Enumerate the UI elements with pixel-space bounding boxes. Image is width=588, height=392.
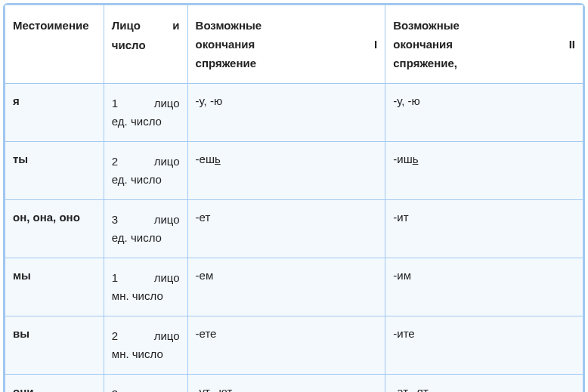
conjugation-table: Местоимение Лицо и число Возможные оконч… — [5, 5, 583, 392]
cell-person-line2: ед. число — [112, 171, 180, 189]
ending1-text: -ет — [196, 211, 211, 224]
table-row: вы 2 лицо мн. число -ете -ите — [5, 316, 583, 375]
ending2-text: -иш — [393, 153, 412, 165]
ending1-text: -еш — [196, 153, 215, 165]
ending1-underline: ь — [215, 153, 221, 165]
cell-endings-1: -ут, -ют — [187, 375, 385, 393]
header-endings1-line1: Возможные — [196, 16, 378, 35]
cell-person-num: 1 — [112, 94, 118, 113]
cell-person: 3 лицо ед. число — [104, 200, 187, 258]
ending1-text: -ут, -ют — [196, 385, 233, 392]
cell-person-word: лицо — [154, 385, 180, 392]
cell-endings-2: -у, -ю — [385, 84, 583, 142]
cell-person-num: 1 — [112, 269, 118, 287]
ending2-text: -ите — [393, 327, 414, 340]
header-endings2-line2-left: окончания — [393, 35, 453, 54]
cell-endings-2: -ит — [385, 200, 583, 258]
cell-person-line2: ед. число — [112, 113, 180, 131]
cell-endings-1: -у, -ю — [187, 84, 385, 142]
ending2-underline: ь — [413, 153, 419, 165]
conjugation-table-wrapper: Местоимение Лицо и число Возможные оконч… — [3, 3, 585, 392]
ending2-text: -у, -ю — [393, 94, 420, 107]
header-endings2-line2: окончания II — [393, 35, 575, 54]
cell-endings-1: -ешь — [187, 142, 385, 200]
cell-pronoun: ты — [5, 142, 104, 200]
cell-person-num: 3 — [112, 385, 118, 392]
table-row: мы 1 лицо мн. число -ем -им — [5, 258, 583, 316]
cell-person-word: лицо — [154, 269, 180, 287]
cell-person-line1: 2 лицо — [112, 327, 180, 345]
header-person: Лицо и число — [104, 5, 187, 84]
table-row: я 1 лицо ед. число -у, -ю -у, -ю — [5, 84, 583, 142]
ending1-text: -ем — [196, 269, 214, 282]
cell-person-line1: 1 лицо — [112, 94, 180, 113]
cell-person: 1 лицо мн. число — [104, 258, 187, 316]
cell-person-line2: ед. число — [112, 229, 180, 247]
cell-person: 2 лицо ед. число — [104, 142, 187, 200]
cell-person-line1: 3 лицо — [112, 211, 180, 229]
cell-person-line1: 3 лицо — [112, 385, 180, 392]
ending1-text: -ете — [196, 327, 217, 340]
header-endings1-line2-left: окончания — [196, 35, 255, 54]
header-person-text: Лицо и число — [112, 16, 180, 54]
ending2-text: -им — [393, 269, 411, 282]
cell-person-line1: 2 лицо — [112, 153, 180, 171]
header-endings1-line2: окончания I — [196, 35, 378, 54]
cell-pronoun: вы — [5, 316, 104, 375]
header-endings-2: Возможные окончания II спряжение, — [385, 5, 583, 84]
cell-endings-1: -ете — [187, 316, 385, 375]
cell-person: 1 лицо ед. число — [104, 84, 187, 142]
table-row: он, она, оно 3 лицо ед. число -ет -ит — [5, 200, 583, 258]
cell-person-line2: мн. число — [112, 345, 180, 363]
table-header-row: Местоимение Лицо и число Возможные оконч… — [5, 5, 583, 84]
cell-endings-2: -ишь — [385, 142, 583, 200]
ending2-text: -ит — [393, 211, 408, 224]
cell-endings-2: -им — [385, 258, 583, 316]
cell-pronoun: мы — [5, 258, 104, 316]
cell-person-word: лицо — [154, 327, 180, 345]
cell-person: 3 лицо мн. число — [104, 375, 187, 393]
cell-person-num: 2 — [112, 327, 118, 345]
header-endings1-line2-right: I — [374, 35, 377, 54]
header-pronoun-text: Местоимение — [13, 19, 89, 32]
table-row: ты 2 лицо ед. число -ешь -ишь — [5, 142, 583, 200]
header-endings2-line3: спряжение, — [393, 54, 575, 73]
cell-endings-1: -ет — [187, 200, 385, 258]
ending2-text: -ат, -ят — [393, 385, 429, 392]
header-endings2-line2-right: II — [569, 35, 575, 54]
cell-person-num: 3 — [112, 211, 118, 229]
header-pronoun: Местоимение — [5, 5, 104, 84]
cell-endings-1: -ем — [187, 258, 385, 316]
ending1-text: -у, -ю — [196, 94, 223, 107]
cell-endings-2: -ат, -ят — [385, 375, 583, 393]
cell-person-line2: мн. число — [112, 287, 180, 305]
cell-person: 2 лицо мн. число — [104, 316, 187, 375]
header-endings2-line1: Возможные — [393, 16, 575, 35]
cell-person-word: лицо — [154, 153, 180, 171]
header-endings1-line3: спряжение — [196, 54, 378, 73]
cell-person-word: лицо — [154, 94, 180, 113]
cell-pronoun: я — [5, 84, 104, 142]
header-endings-1: Возможные окончания I спряжение — [187, 5, 385, 84]
cell-pronoun: он, она, оно — [5, 200, 104, 258]
cell-person-line1: 1 лицо — [112, 269, 180, 287]
table-row: они 3 лицо мн. число -ут, -ют -ат, -ят — [5, 375, 583, 393]
cell-endings-2: -ите — [385, 316, 583, 375]
cell-pronoun: они — [5, 375, 104, 393]
cell-person-num: 2 — [112, 153, 118, 171]
cell-person-word: лицо — [154, 211, 180, 229]
